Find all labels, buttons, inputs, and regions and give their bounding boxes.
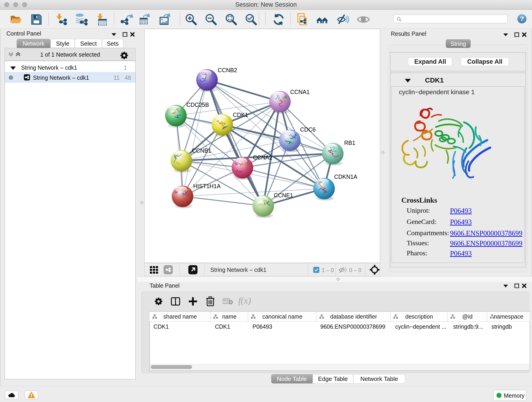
svg-text:CDK1: CDK1: [233, 112, 248, 118]
svg-text:CCNB2: CCNB2: [218, 67, 237, 73]
svg-text:CDKN1A: CDKN1A: [334, 173, 357, 180]
svg-text:CDC25B: CDC25B: [186, 102, 209, 108]
svg-text:CCNB1: CCNB1: [192, 147, 211, 154]
svg-text:CCNA1: CCNA1: [290, 89, 310, 95]
svg-text:HIST1H1A: HIST1H1A: [193, 183, 221, 189]
svg-text:CCNA2: CCNA2: [253, 154, 272, 161]
svg-text:CDC6: CDC6: [300, 126, 316, 133]
svg-text:RB1: RB1: [344, 140, 355, 146]
svg-text:CCNE1: CCNE1: [274, 192, 293, 198]
